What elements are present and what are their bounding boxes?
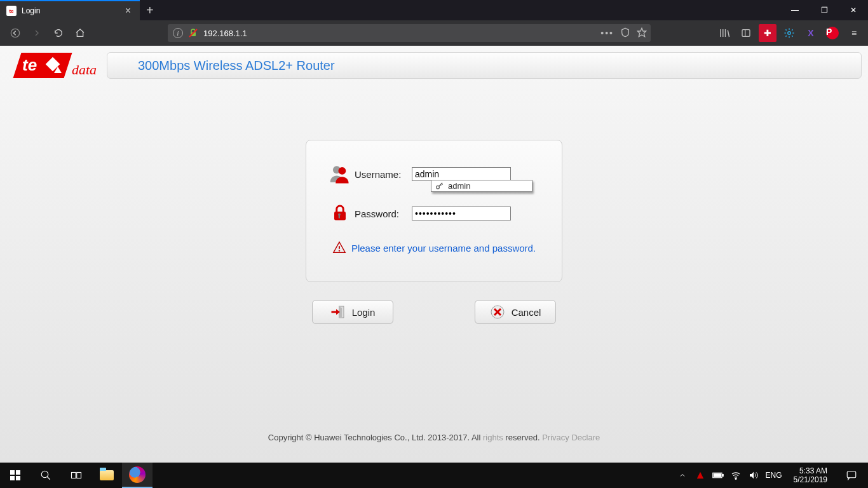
- svg-point-13: [437, 186, 440, 189]
- nav-forward-button: [27, 23, 47, 43]
- svg-rect-28: [16, 476, 20, 480]
- nav-back-button[interactable]: [5, 23, 25, 43]
- privacy-link[interactable]: Privacy Declare: [542, 433, 600, 442]
- login-prompt-text: Please enter your username and password.: [351, 243, 536, 254]
- svg-marker-38: [750, 472, 754, 479]
- taskbar-explorer-button[interactable]: [92, 463, 122, 488]
- nav-reload-button[interactable]: [48, 23, 69, 43]
- login-icon: [330, 304, 346, 320]
- clock-time: 5:33 AM: [794, 466, 827, 475]
- svg-line-7: [728, 30, 729, 37]
- url-bar[interactable]: i 192.168.1.1 •••: [168, 24, 651, 42]
- insecure-connection-icon: [188, 28, 198, 38]
- window-minimize-button[interactable]: —: [780, 0, 810, 20]
- tracking-protection-icon[interactable]: [620, 27, 630, 39]
- svg-rect-26: [16, 470, 20, 475]
- footer-copyright: Copyright © Huawei Technologies Co., Ltd…: [268, 433, 483, 442]
- clock-date: 5/21/2019: [794, 475, 827, 484]
- tray-battery-icon[interactable]: [712, 470, 724, 481]
- svg-marker-33: [696, 472, 703, 479]
- svg-rect-8: [742, 30, 750, 37]
- tray-app-icon[interactable]: [695, 470, 706, 481]
- autocomplete-dropdown[interactable]: admin: [431, 180, 532, 192]
- extension-icon-2[interactable]: [780, 24, 798, 42]
- login-button-label: Login: [352, 307, 376, 318]
- page-footer: Copyright © Huawei Technologies Co., Ltd…: [0, 433, 868, 442]
- page-title-bar: 300Mbps Wireless ADSL2+ Router: [107, 52, 862, 79]
- sidebar-icon[interactable]: [737, 24, 755, 42]
- svg-rect-35: [722, 475, 723, 477]
- autocomplete-item[interactable]: admin: [431, 180, 532, 191]
- svg-point-16: [338, 214, 341, 216]
- svg-rect-27: [10, 476, 15, 480]
- password-input[interactable]: [412, 207, 511, 220]
- tray-chevron-icon[interactable]: [677, 470, 688, 481]
- bookmark-star-icon[interactable]: [637, 27, 647, 39]
- svg-rect-36: [714, 474, 721, 477]
- tab-close-button[interactable]: ×: [123, 5, 133, 17]
- svg-rect-32: [77, 473, 81, 478]
- username-input[interactable]: [412, 167, 511, 181]
- svg-point-18: [339, 250, 340, 251]
- extension-icon-1[interactable]: ✚: [759, 24, 776, 42]
- login-card: Username: admin Password:: [306, 140, 562, 282]
- tab-title: Login: [22, 6, 123, 15]
- username-label: Username:: [355, 169, 412, 180]
- tray-language[interactable]: ENG: [766, 470, 782, 481]
- svg-rect-39: [847, 471, 856, 478]
- taskbar-search-button[interactable]: [31, 463, 61, 488]
- new-tab-button[interactable]: +: [140, 3, 160, 18]
- language-indicator: ENG: [766, 471, 782, 480]
- svg-point-10: [788, 32, 791, 35]
- app-menu-button[interactable]: ≡: [845, 24, 863, 42]
- user-icon: [325, 165, 355, 184]
- svg-point-0: [11, 29, 19, 37]
- tray-wifi-icon[interactable]: [730, 470, 742, 481]
- window-close-button[interactable]: ✕: [839, 0, 868, 20]
- password-label: Password:: [355, 208, 412, 219]
- login-button[interactable]: Login: [312, 300, 393, 324]
- svg-line-30: [47, 477, 50, 480]
- svg-rect-25: [10, 470, 15, 475]
- brand-logo: te data: [1, 50, 103, 81]
- window-maximize-button[interactable]: ❐: [810, 0, 839, 20]
- cancel-button-label: Cancel: [512, 307, 541, 318]
- tray-volume-icon[interactable]: [748, 470, 759, 481]
- page-actions-button[interactable]: •••: [600, 28, 614, 38]
- svg-point-37: [735, 478, 736, 479]
- extension-icon-3[interactable]: X: [802, 24, 820, 42]
- taskbar-firefox-button[interactable]: [122, 463, 153, 488]
- cancel-button[interactable]: Cancel: [475, 300, 556, 324]
- svg-marker-3: [637, 28, 646, 36]
- extension-icon-pinterest[interactable]: P: [824, 24, 841, 42]
- footer-reserved: reserved.: [503, 433, 542, 442]
- task-view-button[interactable]: [61, 463, 92, 488]
- svg-rect-31: [72, 473, 76, 478]
- tab-favicon: te: [6, 6, 17, 16]
- lock-icon: [325, 204, 355, 223]
- start-button[interactable]: [0, 463, 31, 488]
- url-text: 192.168.1.1: [203, 29, 646, 38]
- taskbar-clock[interactable]: 5:33 AM 5/21/2019: [789, 466, 832, 484]
- page-title: 300Mbps Wireless ADSL2+ Router: [138, 58, 335, 73]
- brand-suffix: data: [72, 62, 97, 78]
- svg-point-29: [41, 471, 48, 478]
- autocomplete-item-label: admin: [448, 181, 470, 191]
- svg-marker-21: [331, 309, 340, 315]
- cancel-icon: [490, 304, 505, 320]
- key-icon: [435, 182, 444, 191]
- svg-point-12: [338, 167, 346, 175]
- brand-prefix: te: [22, 55, 37, 75]
- site-info-icon[interactable]: i: [173, 28, 183, 38]
- warning-icon: [332, 241, 346, 255]
- nav-home-button[interactable]: [70, 23, 90, 43]
- footer-rights: rights: [483, 433, 503, 442]
- action-center-button[interactable]: [839, 463, 864, 488]
- browser-tab[interactable]: te Login ×: [0, 0, 140, 20]
- library-icon[interactable]: [715, 24, 733, 42]
